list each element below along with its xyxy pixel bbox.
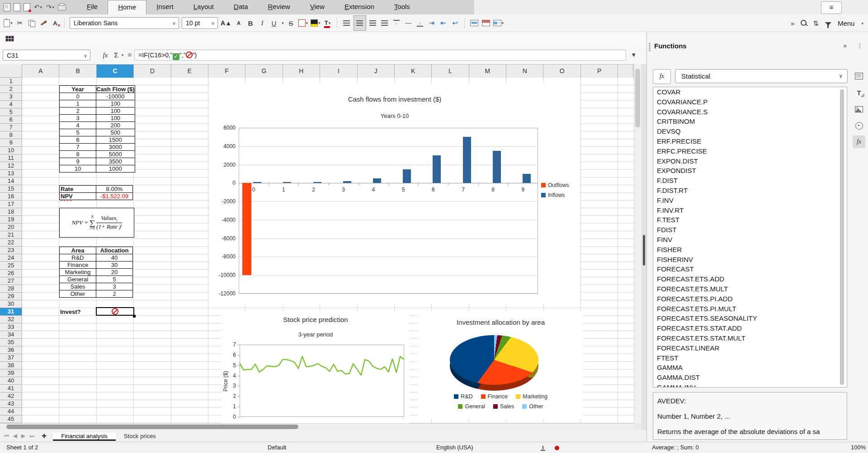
undo-button[interactable]: ↶▾ [33, 1, 42, 13]
data-cell[interactable]: 10 [60, 165, 96, 173]
row-header-9[interactable]: 9 [0, 139, 22, 147]
function-list-item[interactable]: EXPON.DIST [657, 156, 847, 166]
column-header-J[interactable]: J [358, 65, 395, 78]
merge-center-button[interactable] [481, 17, 491, 29]
column-header-L[interactable]: L [432, 65, 469, 78]
align-center-button[interactable] [354, 16, 366, 30]
function-list-item[interactable]: FINV [657, 235, 847, 245]
row-header-45[interactable]: 45 [0, 416, 22, 423]
function-list-item[interactable]: FORECAST.ETS.MULT [657, 284, 847, 294]
previous-sheet-icon[interactable]: ◀ [13, 433, 17, 439]
merge-cells-button[interactable] [470, 17, 479, 29]
data-cell[interactable]: 8 [60, 151, 96, 158]
autofilter-button[interactable] [825, 19, 831, 28]
data-cell[interactable]: R&D [60, 254, 96, 262]
data-cell[interactable]: 7 [60, 144, 96, 151]
undo-dropdown-icon[interactable]: ▾ [40, 5, 42, 9]
clear-formatting-button[interactable]: A [51, 17, 60, 29]
data-cell[interactable]: Finance [60, 262, 96, 269]
menubar-tab-data[interactable]: Data [224, 0, 258, 14]
data-cell[interactable]: 6 [60, 136, 96, 144]
column-header-partial[interactable] [618, 65, 633, 78]
function-list-item[interactable]: FORECAST.LINEAR [657, 343, 847, 353]
highlight-color-button[interactable]: ▾ [311, 17, 321, 29]
row-header-2[interactable]: 2 [0, 85, 22, 93]
header-cell[interactable]: Year [60, 86, 96, 93]
font-name-combobox[interactable]: Liberation Sans ∨ [70, 17, 179, 29]
row-header-11[interactable]: 11 [0, 154, 22, 162]
row-header-34[interactable]: 34 [0, 331, 22, 339]
row-header-23[interactable]: 23 [0, 247, 22, 254]
toolbar-overflow-button[interactable]: » [791, 19, 794, 27]
function-list-item[interactable]: F.INV [657, 196, 847, 205]
column-header-A[interactable]: A [22, 65, 59, 78]
data-cell[interactable]: 2 [96, 290, 133, 298]
data-cell[interactable]: 30 [96, 262, 133, 269]
panel-close-icon[interactable]: × [843, 42, 847, 50]
menubar-tab-view[interactable]: View [300, 0, 335, 14]
row-header-41[interactable]: 41 [0, 385, 22, 392]
function-list[interactable]: COVARCOVARIANCE.PCOVARIANCE.SCRITBINOMDE… [653, 87, 847, 388]
underline-dropdown-icon[interactable]: ▾ [282, 21, 284, 25]
document-modified-icon[interactable] [555, 446, 559, 450]
function-list-item[interactable]: FISHER [657, 245, 847, 255]
row-header-14[interactable]: 14 [0, 177, 22, 185]
align-left-button[interactable] [342, 17, 351, 29]
function-list-item[interactable]: F.DIST [657, 176, 847, 186]
data-cell[interactable]: 20 [96, 269, 133, 276]
open-document-icon[interactable] [14, 3, 20, 11]
page-style[interactable]: Default [268, 444, 286, 451]
function-list-item[interactable]: FORECAST.ETS.STAT.MULT [657, 333, 847, 343]
zoom-level[interactable]: 100% [851, 444, 866, 451]
horizontal-scrollbar[interactable] [0, 423, 634, 430]
formula-input[interactable]: =IF(C16>0,"✓","") [134, 50, 626, 61]
data-cell[interactable]: 5000 [96, 151, 135, 158]
data-cell[interactable]: 3 [96, 283, 133, 290]
data-cell[interactable]: 500 [96, 129, 135, 136]
function-list-item[interactable]: FORECAST [657, 264, 847, 274]
sidebar-splitter[interactable] [642, 64, 646, 442]
row-header-36[interactable]: 36 [0, 346, 22, 354]
expand-formula-bar-icon[interactable]: ▼ [631, 51, 637, 58]
center-vertically-button[interactable] [404, 17, 413, 29]
inflow-bar[interactable] [493, 151, 501, 183]
column-header-D[interactable]: D [134, 65, 171, 78]
styles-deck-button[interactable]: T [853, 87, 865, 99]
row-header-15[interactable]: 15 [0, 185, 22, 193]
autosum-dropdown-icon[interactable]: ▾ [120, 50, 125, 61]
add-sheet-button[interactable]: + [42, 431, 47, 441]
vertical-scrollbar[interactable] [634, 64, 642, 423]
row-header-17[interactable]: 17 [0, 201, 22, 208]
increase-font-size-button[interactable]: A▲ [221, 17, 231, 29]
sheet-info[interactable]: Sheet 1 of 2 [6, 444, 38, 451]
data-cell[interactable]: 3000 [96, 144, 135, 151]
first-sheet-icon[interactable]: ⏮ [4, 433, 9, 439]
category-dropdown-icon[interactable]: ∨ [839, 70, 843, 83]
header-cell[interactable]: Area [60, 247, 96, 254]
menubar-tab-tools[interactable]: Tools [384, 0, 420, 14]
row-header-32[interactable]: 32 [0, 316, 22, 323]
function-list-item[interactable]: FDIST [657, 225, 847, 235]
menubar-tab-home[interactable]: Home [108, 0, 146, 14]
data-cell[interactable]: 1000 [96, 165, 135, 173]
function-list-item[interactable]: FORECAST.ETS.STAT.ADD [657, 323, 847, 333]
function-wizard-button[interactable]: fx [100, 50, 110, 61]
data-cell[interactable]: 3500 [96, 158, 135, 165]
gallery-deck-button[interactable] [853, 103, 865, 116]
rate-value-cell[interactable]: 8.00% [96, 186, 133, 193]
row-header-25[interactable]: 25 [0, 262, 22, 270]
increase-indent-button[interactable]: ⇥ [427, 17, 436, 29]
function-list-item[interactable]: GAMMA.DIST [657, 373, 847, 383]
menubar-tab-layout[interactable]: Layout [184, 0, 224, 14]
font-name-dropdown-icon[interactable]: ∨ [172, 20, 176, 26]
data-cell[interactable]: -10000 [96, 93, 135, 100]
column-header-G[interactable]: G [245, 65, 283, 78]
font-size-dropdown-icon[interactable]: ∨ [211, 20, 215, 26]
bar-chart-object[interactable]: Cash flows from investment ($) Years 0-1… [209, 84, 580, 304]
row-header-33[interactable]: 33 [0, 323, 22, 331]
function-list-item[interactable]: FORECAST.ETS.PI.ADD [657, 294, 847, 304]
function-list-item[interactable]: FORECAST.ETS.ADD [657, 274, 847, 284]
line-chart-object[interactable]: Stock price prediction 3-year period 012… [222, 311, 410, 423]
fill-handle[interactable] [133, 315, 136, 318]
function-list-item[interactable]: F.INV.RT [657, 205, 847, 215]
